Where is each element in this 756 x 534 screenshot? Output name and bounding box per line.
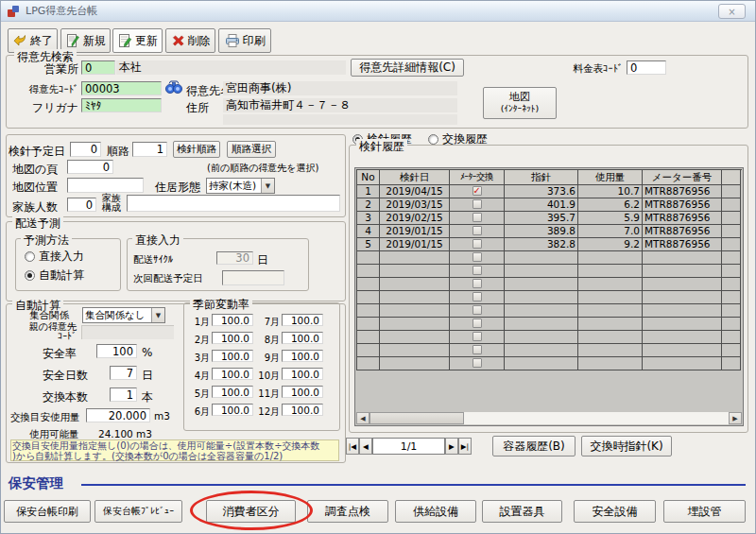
radio-auto-calc[interactable]: 自動計算 xyxy=(25,267,84,284)
month-rate-field[interactable]: 100.0 xyxy=(282,314,323,326)
installed-appliance-button[interactable]: 設置器具 xyxy=(482,500,562,523)
supply-equipment-button[interactable]: 供給設備 xyxy=(395,500,476,523)
meter-exchange-checkbox[interactable] xyxy=(472,292,482,301)
pager-prev-button[interactable]: ◀ xyxy=(359,438,372,455)
table-row-empty[interactable] xyxy=(357,318,742,331)
buried-pipe-button[interactable]: 埋設管 xyxy=(663,500,746,523)
map-page-field[interactable]: 0 xyxy=(67,160,113,174)
meter-exchange-checkbox[interactable] xyxy=(472,345,482,354)
family-count-label: 家族人数 xyxy=(12,199,58,215)
table-row-empty[interactable] xyxy=(357,304,742,318)
month-rate-field[interactable]: 100.0 xyxy=(282,368,323,380)
month-rate-field[interactable]: 100.0 xyxy=(282,404,323,416)
target-usage-field[interactable]: 20.000 xyxy=(86,408,150,422)
month-rate-field[interactable]: 100.0 xyxy=(212,314,253,326)
month-rate-field[interactable]: 100.0 xyxy=(282,350,323,362)
cylinder-count-field[interactable]: 1 xyxy=(110,388,137,402)
meter-exchange-checkbox[interactable] xyxy=(472,213,482,222)
table-row[interactable]: 5 2019/01/15 382.8 9.2 MTR8876956 xyxy=(357,238,742,251)
radio-direct-input[interactable]: 直接入力 xyxy=(25,249,84,265)
print-button[interactable]: 印刷 xyxy=(218,28,271,53)
table-row-empty[interactable] xyxy=(357,331,742,344)
month-rate-field[interactable]: 100.0 xyxy=(212,386,253,398)
exchange-reading-button[interactable]: 交換時指針(K) xyxy=(581,436,672,456)
pager-next-button[interactable]: ▶ xyxy=(445,438,458,455)
meter-exchange-checkbox[interactable] xyxy=(472,226,482,235)
cell-no: 1 xyxy=(357,185,380,198)
safety-days-field[interactable]: 7 xyxy=(110,366,137,380)
pager-last-button[interactable]: ▶| xyxy=(458,438,472,455)
month-rate-field[interactable]: 100.0 xyxy=(212,332,253,344)
pager-first-button[interactable]: |◀ xyxy=(346,438,359,455)
seasonal-rate-title: 季節変動率 xyxy=(190,297,252,313)
safety-ledger-preview-button[interactable]: 保安台帳ﾌﾟﾚﾋﾞｭｰ xyxy=(94,500,182,523)
cell-no: 2 xyxy=(357,198,380,212)
delete-button[interactable]: 削除 xyxy=(165,28,215,53)
meter-exchange-checkbox[interactable] xyxy=(472,279,482,288)
family-count-field[interactable]: 0 xyxy=(67,198,96,212)
customer-detail-button[interactable]: 得意先詳細情報(C) xyxy=(351,59,464,77)
table-row-empty[interactable] xyxy=(357,278,742,291)
route-select-button[interactable]: 順路選択 xyxy=(227,141,276,158)
map-internet-button[interactable]: 地図 (ｲﾝﾀｰﾈｯﾄ) xyxy=(483,87,557,119)
scrollbar-track[interactable] xyxy=(464,412,729,424)
table-row[interactable]: 4 2019/01/15 389.8 7.0 MTR8876956 xyxy=(357,225,742,238)
meter-exchange-checkbox[interactable] xyxy=(472,332,482,341)
housing-type-select[interactable]: 持家(木造) ▼ xyxy=(206,178,275,194)
safety-equipment-button[interactable]: 安全設備 xyxy=(574,500,656,523)
meter-exchange-checkbox[interactable]: ✓ xyxy=(472,186,482,196)
container-history-button[interactable]: 容器履歴(B) xyxy=(492,436,576,456)
meter-route-button[interactable]: 検針順路 xyxy=(173,141,220,158)
chevron-down-icon[interactable]: ▼ xyxy=(151,308,164,322)
radio-circle xyxy=(428,134,438,145)
month-rate-field[interactable]: 100.0 xyxy=(212,404,253,416)
meter-history-table[interactable]: No 検針日 ﾒｰﾀｰ交換 指針 使用量 メーター番号 1 2019/04/15… xyxy=(354,167,744,426)
scrollbar-thumb[interactable] xyxy=(369,412,464,424)
table-row-empty[interactable] xyxy=(357,265,742,278)
month-rate-field[interactable]: 100.0 xyxy=(212,350,253,362)
close-button[interactable]: × xyxy=(718,4,746,19)
chevron-down-icon[interactable]: ▼ xyxy=(261,179,274,193)
forecast-method-title: 予測方法 xyxy=(21,233,72,249)
table-row[interactable]: 1 2019/04/15 ✓ 373.6 10.7 MTR8876956 xyxy=(357,185,742,198)
office-code-field[interactable]: 0 xyxy=(81,60,115,75)
table-row-empty[interactable] xyxy=(357,344,742,357)
table-row-empty[interactable] xyxy=(357,251,742,265)
scroll-left-icon[interactable]: ◀ xyxy=(356,412,369,424)
table-row-empty[interactable] xyxy=(357,357,742,370)
meter-exchange-checkbox[interactable] xyxy=(472,358,482,368)
month-rate-field[interactable]: 100.0 xyxy=(282,332,323,344)
month-rate-field[interactable]: 100.0 xyxy=(282,386,323,398)
kana-field[interactable]: ﾐﾔﾀ xyxy=(81,98,162,112)
meter-exchange-checkbox[interactable] xyxy=(472,305,482,315)
map-position-field[interactable] xyxy=(67,178,144,193)
customer-code-field[interactable]: 00003 xyxy=(81,81,162,95)
meter-exchange-checkbox[interactable] xyxy=(472,199,482,209)
meter-exchange-checkbox[interactable] xyxy=(472,266,482,275)
relation-select[interactable]: 集合関係なし ▼ xyxy=(82,307,165,323)
scroll-right-icon[interactable]: ▶ xyxy=(729,412,742,424)
col-exchange: ﾒｰﾀｰ交換 xyxy=(450,170,505,185)
family-comp-field[interactable] xyxy=(127,195,340,212)
cell-usage: 10.7 xyxy=(578,185,643,198)
survey-inspection-button[interactable]: 調査点検 xyxy=(307,500,388,523)
route-field[interactable]: 1 xyxy=(132,142,167,157)
meter-exchange-checkbox[interactable] xyxy=(472,319,482,328)
price-table-code-field[interactable]: 0 xyxy=(627,60,666,75)
table-row[interactable]: 3 2019/02/15 395.7 5.9 MTR8876956 xyxy=(357,212,742,225)
cell-no: 4 xyxy=(357,225,380,238)
horizontal-scrollbar[interactable]: ◀ ▶ xyxy=(356,412,742,424)
table-row[interactable]: 2 2019/03/15 401.9 6.2 MTR8876956 xyxy=(357,198,742,212)
col-extra xyxy=(722,170,741,185)
safety-ledger-print-button[interactable]: 保安台帳印刷 xyxy=(4,500,91,523)
safety-days-unit: 日 xyxy=(142,368,153,384)
meter-exchange-checkbox[interactable] xyxy=(472,252,482,262)
map-button-line2: (ｲﾝﾀｰﾈｯﾄ) xyxy=(501,103,540,114)
month-rate-field[interactable]: 100.0 xyxy=(212,368,253,380)
plan-date-field[interactable]: 0 xyxy=(70,142,101,157)
safety-rate-field[interactable]: 100 xyxy=(96,344,137,358)
update-button[interactable]: 更新 xyxy=(112,28,163,53)
meter-exchange-checkbox[interactable] xyxy=(472,239,482,249)
table-row-empty[interactable] xyxy=(357,291,742,304)
binoculars-search-icon[interactable] xyxy=(164,79,183,95)
